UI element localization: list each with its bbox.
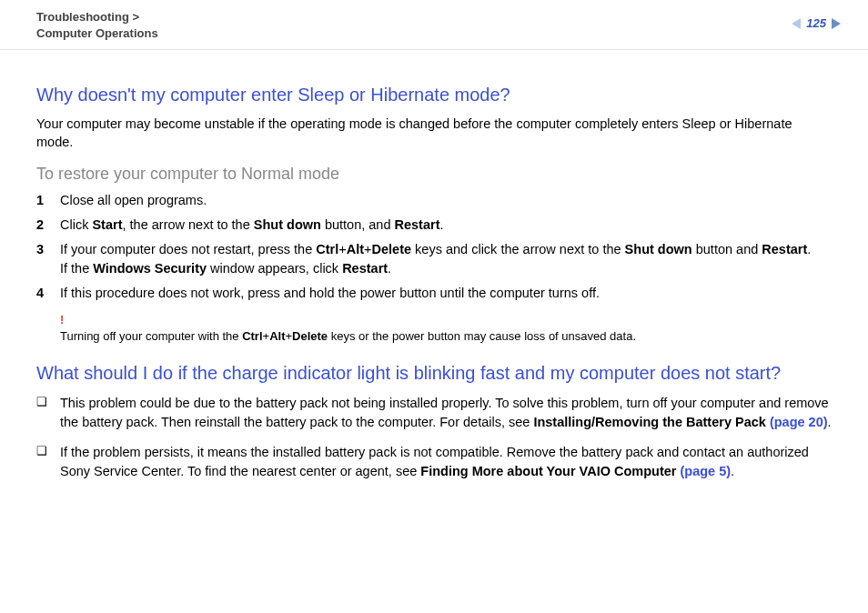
step-1: 1 Close all open programs. (36, 191, 832, 210)
warning-text: Turning off your computer with the Ctrl+… (60, 329, 636, 343)
step-text: Close all open programs. (60, 191, 832, 210)
page-content: Why doesn't my computer enter Sleep or H… (0, 50, 868, 481)
breadcrumb: Troubleshooting > Computer Operations (36, 9, 158, 42)
step-text: Click Start, the arrow next to the Shut … (60, 216, 832, 235)
warning-block: ! Turning off your computer with the Ctr… (60, 312, 832, 345)
step-3: 3 If your computer does not restart, pre… (36, 240, 832, 278)
page-nav: 125 (792, 16, 841, 30)
section1-intro: Your computer may become unstable if the… (36, 116, 832, 151)
step-number: 4 (36, 284, 60, 303)
page-header: Troubleshooting > Computer Operations 12… (0, 0, 868, 50)
breadcrumb-line2: Computer Operations (36, 26, 158, 40)
steps-list: 1 Close all open programs. 2 Click Start… (36, 191, 832, 303)
step-text: If this procedure does not work, press a… (60, 284, 832, 303)
prev-page-icon[interactable] (792, 18, 801, 29)
bullet-list: ❑ This problem could be due to the batte… (36, 394, 832, 481)
bullet-1: ❑ This problem could be due to the batte… (36, 394, 832, 432)
section1-heading: Why doesn't my computer enter Sleep or H… (36, 83, 832, 106)
section2-heading: What should I do if the charge indicator… (36, 361, 832, 385)
warning-icon: ! (60, 312, 832, 328)
page-link-5[interactable]: (page 5) (680, 464, 731, 478)
page-number: 125 (806, 16, 826, 30)
bullet-text: If the problem persists, it means the in… (60, 443, 832, 481)
next-page-icon[interactable] (832, 18, 841, 29)
step-text: If your computer does not restart, press… (60, 240, 832, 278)
bullet-icon: ❑ (36, 443, 60, 460)
bullet-2: ❑ If the problem persists, it means the … (36, 443, 832, 481)
step-4: 4 If this procedure does not work, press… (36, 284, 832, 303)
section1-subheading: To restore your computer to Normal mode (36, 165, 832, 184)
step-2: 2 Click Start, the arrow next to the Shu… (36, 216, 832, 235)
breadcrumb-line1: Troubleshooting > (36, 10, 139, 24)
step-number: 1 (36, 191, 60, 210)
step-number: 3 (36, 240, 60, 259)
page-link-20[interactable]: (page 20) (770, 415, 828, 429)
step-number: 2 (36, 216, 60, 235)
bullet-text: This problem could be due to the battery… (60, 394, 832, 432)
bullet-icon: ❑ (36, 394, 60, 411)
